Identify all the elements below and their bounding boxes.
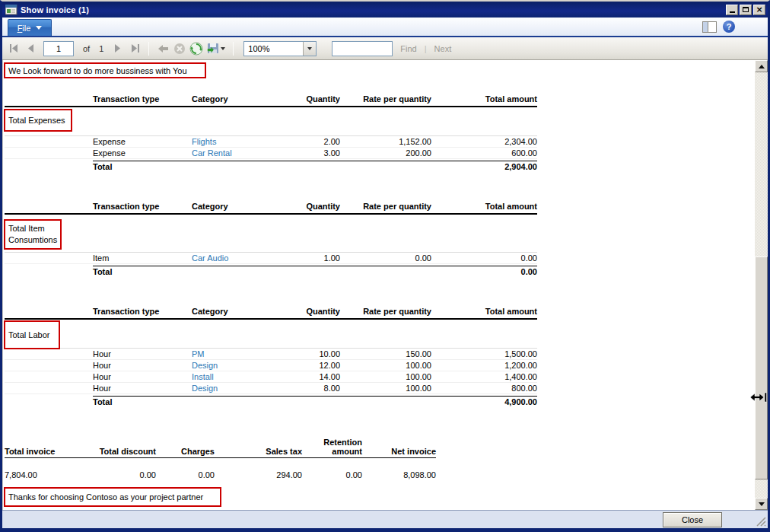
- amount-cell: 800.00: [431, 384, 537, 393]
- amount-cell: 2,304.00: [431, 137, 537, 146]
- table-row: Hour Install 14.00 100.00 1,400.00: [5, 371, 537, 383]
- table-header-row: Transaction type Category Quantity Rate …: [5, 94, 537, 107]
- quantity-cell: 2.00: [268, 137, 340, 146]
- zoom-dropdown-button[interactable]: [303, 42, 316, 56]
- transaction-type-cell: Hour: [93, 361, 192, 370]
- column-header: Total amount: [431, 202, 537, 211]
- total-amount: 2,904.00: [504, 162, 537, 171]
- total-label: Total: [93, 162, 112, 171]
- help-icon[interactable]: ?: [723, 21, 735, 33]
- toolbar-separator: [233, 42, 234, 56]
- close-icon: ×: [756, 5, 762, 14]
- amount-cell: 1,500.00: [431, 349, 537, 358]
- category-link[interactable]: Install: [192, 372, 268, 381]
- resize-grip-icon[interactable]: [756, 517, 766, 527]
- find-button[interactable]: Find: [400, 44, 416, 53]
- vertical-scrollbar[interactable]: [755, 60, 768, 510]
- export-save-button[interactable]: [206, 41, 226, 56]
- file-menu-label: File: [18, 24, 31, 33]
- expenses-table: Transaction type Category Quantity Rate …: [5, 94, 537, 172]
- transaction-type-cell: Hour: [93, 349, 192, 358]
- scroll-up-button[interactable]: [755, 60, 768, 72]
- maximize-icon: [743, 7, 749, 12]
- charges-value: 0.00: [156, 470, 215, 479]
- rate-cell: 100.00: [340, 384, 431, 393]
- column-header: Total amount: [431, 94, 537, 104]
- table-body: Hour PM 10.00 150.00 1,500.00 Hour Desig…: [5, 348, 537, 407]
- total-discount-value: 0.00: [81, 470, 156, 479]
- table-row: Expense Flights 2.00 1,152.00 2,304.00: [5, 136, 537, 148]
- amount-cell: 0.00: [431, 253, 537, 263]
- section-total-row: Total 4,900.00: [93, 396, 537, 407]
- column-header: Total discount: [81, 447, 156, 456]
- column-header: Transaction type: [93, 94, 192, 104]
- chevron-down-icon: [36, 26, 42, 33]
- expenses-label-annotation: Total Expenses: [4, 109, 72, 132]
- first-page-button[interactable]: [7, 41, 21, 56]
- category-link[interactable]: PM: [192, 349, 268, 358]
- zoom-select[interactable]: 100%: [243, 41, 317, 56]
- column-header: Transaction type: [93, 307, 192, 316]
- header-note-annotation: We Look forward to do more bussiness wit…: [4, 62, 206, 78]
- minimize-icon: [730, 11, 735, 13]
- category-link[interactable]: Flights: [192, 137, 268, 146]
- close-button[interactable]: Close: [663, 512, 722, 527]
- header-note: We Look forward to do more bussiness wit…: [8, 66, 187, 75]
- transaction-type-cell: Expense: [93, 137, 192, 146]
- rate-cell: 0.00: [340, 253, 431, 263]
- last-page-button[interactable]: [128, 41, 142, 56]
- close-window-button[interactable]: ×: [753, 5, 765, 15]
- rate-cell: 100.00: [340, 372, 431, 381]
- quantity-cell: 14.00: [268, 372, 340, 381]
- table-header-row: Transaction type Category Quantity Rate …: [5, 202, 537, 215]
- file-menu-button[interactable]: File: [8, 19, 52, 36]
- scroll-down-button[interactable]: [755, 498, 768, 510]
- footer-note-annotation: Thanks for choosing Contoso as your proj…: [4, 487, 221, 507]
- next-page-button[interactable]: [111, 41, 125, 56]
- toggle-parameters-icon[interactable]: [702, 21, 717, 33]
- rate-cell: 100.00: [340, 361, 431, 370]
- column-header: Quantity: [268, 202, 340, 211]
- previous-page-button[interactable]: [24, 41, 37, 56]
- items-label-annotation: Total Item Consumtions: [4, 219, 62, 250]
- net-invoice-value: 8,098.00: [362, 470, 436, 479]
- table-header-row: Transaction type Category Quantity Rate …: [5, 307, 537, 320]
- refresh-button[interactable]: [189, 41, 203, 56]
- invoice-summary-table: Total invoice Total discount Charges Sal…: [5, 438, 436, 479]
- quantity-cell: 12.00: [268, 361, 340, 370]
- search-input[interactable]: [332, 41, 393, 56]
- amount-cell: 1,400.00: [431, 372, 537, 381]
- column-header: Sales tax: [215, 447, 302, 456]
- back-button[interactable]: [156, 41, 170, 56]
- find-next-separator: |: [425, 44, 427, 53]
- category-link[interactable]: Design: [192, 361, 268, 370]
- sales-tax-value: 294.00: [215, 470, 302, 479]
- show-invoice-window: Show invoice (1) × File ? of 1: [0, 0, 770, 532]
- minimize-button[interactable]: [726, 5, 738, 15]
- section-label: Total Item Consumtions: [8, 223, 60, 246]
- find-next-button[interactable]: Next: [434, 44, 452, 53]
- arrow-down-icon: [759, 502, 765, 509]
- stop-button[interactable]: [173, 41, 186, 56]
- maximize-button[interactable]: [740, 5, 752, 15]
- summary-header-row: Total invoice Total discount Charges Sal…: [5, 438, 436, 458]
- category-link[interactable]: Car Rental: [192, 148, 268, 158]
- scrollbar-thumb[interactable]: [755, 256, 768, 479]
- transaction-type-cell: Hour: [93, 372, 192, 381]
- total-amount: 4,900.00: [504, 397, 537, 406]
- rate-cell: 1,152.00: [340, 137, 431, 146]
- total-label: Total: [93, 267, 112, 276]
- category-link[interactable]: Car Audio: [192, 253, 268, 263]
- amount-cell: 1,200.00: [431, 361, 537, 370]
- arrow-up-icon: [759, 62, 765, 68]
- column-header: Transaction type: [93, 202, 192, 211]
- retention-amount-value: 0.00: [302, 470, 362, 479]
- category-link[interactable]: Design: [192, 384, 268, 393]
- page-total-label: 1: [99, 44, 103, 53]
- transaction-type-cell: Item: [93, 253, 192, 263]
- table-body: Expense Flights 2.00 1,152.00 2,304.00 E…: [5, 135, 537, 172]
- transaction-type-cell: Expense: [93, 148, 192, 158]
- page-number-input[interactable]: [43, 41, 74, 56]
- amount-cell: 600.00: [431, 148, 537, 158]
- column-header: Category: [192, 307, 268, 316]
